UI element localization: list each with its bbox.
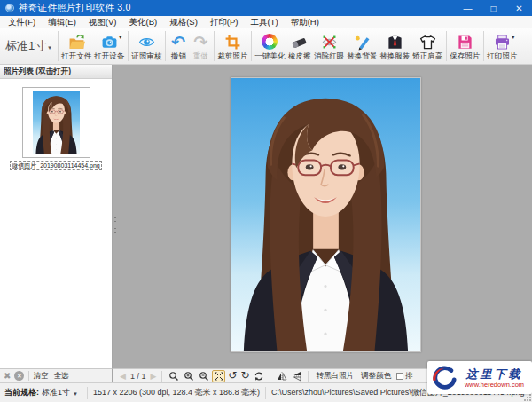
print-photo-button[interactable]: ▾ 打印照片: [486, 29, 519, 63]
app-window: 神奇证件照片打印软件 3.0 — □ ✕ 文件(F) 编辑(E) 视图(V) 美…: [0, 0, 532, 402]
close-button[interactable]: ✕: [506, 0, 532, 16]
photo-list-panel: 照片列表 (双击打开) 微信图片_20190803114454.png: [0, 65, 113, 368]
photo-list-footer: ✖ ✕ 清空 全选: [0, 368, 113, 382]
delete-x-icon[interactable]: ✖: [4, 371, 11, 382]
image-info: 1517 x 2206 (300 dpi, 128.4 毫米 x 186.8 毫…: [93, 387, 260, 398]
correct-shoulder-label: 矫正肩高: [412, 51, 442, 60]
eraser-button[interactable]: 橡皮擦: [286, 29, 313, 63]
save-photo-label: 保存照片: [450, 51, 480, 60]
heredown-watermark: 这里下载 www.heredown.com: [427, 361, 532, 394]
open-device-button[interactable]: ▾ 打开设备: [93, 29, 126, 63]
adjust-color-button[interactable]: 调整颜色: [357, 371, 395, 382]
photo-filename[interactable]: 微信图片_20190803114454.png: [10, 161, 102, 170]
viewer-separator: [161, 371, 162, 382]
correct-shoulder-button[interactable]: 矫正肩高: [411, 29, 444, 63]
zoom-out-icon[interactable]: [197, 370, 210, 382]
crop-photo-button[interactable]: 裁剪照片: [216, 29, 249, 63]
photo-review-label: 证照审核: [131, 51, 161, 60]
toolbar-separator: [446, 31, 447, 61]
crop-photo-label: 裁剪照片: [217, 51, 247, 60]
open-file-button[interactable]: 打开文件: [60, 29, 93, 63]
print-photo-label: 打印照片: [487, 51, 517, 60]
heredown-swirl-logo: [430, 365, 457, 391]
color-wheel-icon: [260, 33, 279, 51]
rotate-left-icon[interactable]: ↺: [228, 370, 237, 382]
chevron-down-icon[interactable]: ▼: [73, 391, 78, 397]
spec-dropdown[interactable]: 标准1寸 ▾: [0, 28, 56, 64]
rotate-right-icon[interactable]: ↻: [240, 370, 249, 382]
layout-checkbox-group: 排: [396, 371, 413, 382]
redo-label: 重做: [193, 51, 208, 60]
menu-help[interactable]: 帮助(H): [285, 16, 325, 28]
replace-clothes-button[interactable]: 替换服装: [379, 29, 411, 63]
save-photo-button[interactable]: 保存照片: [449, 29, 481, 63]
remove-red-eye-button[interactable]: 消除红眼: [313, 29, 346, 63]
one-key-beautify-button[interactable]: 一键美化: [254, 29, 286, 63]
replace-clothes-label: 替换服装: [379, 51, 410, 60]
next-photo-icon[interactable]: ▶: [150, 372, 156, 381]
fit-to-window-icon[interactable]: [212, 370, 225, 382]
current-spec-label: 当前规格:: [4, 387, 39, 398]
toolbar-separator: [251, 31, 252, 61]
app-logo-icon: [5, 4, 14, 12]
layout-checkbox-label: 排: [405, 371, 413, 382]
titlebar: 神奇证件照片打印软件 3.0 — □ ✕: [0, 0, 532, 16]
menu-view[interactable]: 视图(V): [82, 16, 123, 28]
status-separator: [265, 387, 266, 399]
undo-label: 撤销: [171, 51, 186, 60]
folder-open-icon: [66, 33, 86, 51]
menu-print[interactable]: 打印(P): [204, 16, 245, 28]
replace-background-label: 替换背景: [347, 51, 377, 60]
magnifier-icon[interactable]: [167, 370, 180, 382]
toolbar-separator: [128, 31, 129, 61]
redo-button[interactable]: ↷ 重做: [190, 29, 212, 63]
prev-photo-icon[interactable]: ◀: [120, 372, 126, 381]
panel-splitter-handle[interactable]: [114, 217, 116, 235]
toolbar-separator: [165, 31, 166, 61]
replace-background-button[interactable]: 替换背景: [346, 29, 379, 63]
maximize-button[interactable]: □: [481, 0, 506, 16]
chevron-down-icon: ▾: [48, 44, 51, 51]
flip-horizontal-icon[interactable]: [275, 370, 288, 382]
main-photo-preview[interactable]: [231, 77, 421, 352]
menu-beautify[interactable]: 美化(B): [122, 16, 163, 28]
toolbar-separator: [214, 31, 215, 61]
viewer-separator: [308, 371, 309, 382]
footer-separator: [28, 371, 29, 381]
select-all-button[interactable]: 全选: [53, 371, 68, 382]
photo-thumbnail[interactable]: [22, 87, 90, 158]
undo-button[interactable]: ↶ 撤销: [168, 29, 190, 63]
zoom-in-icon[interactable]: [182, 370, 195, 382]
menu-tools[interactable]: 工具(T): [245, 16, 285, 28]
menu-file[interactable]: 文件(F): [2, 16, 42, 28]
photo-list-header: 照片列表 (双击打开): [0, 65, 112, 79]
toolbar-separator: [58, 31, 59, 61]
one-key-beautify-label: 一键美化: [254, 51, 285, 60]
status-separator: [87, 387, 88, 399]
window-title: 神奇证件照片打印软件 3.0: [19, 2, 131, 14]
printer-icon: ▾: [492, 33, 512, 51]
menu-edit[interactable]: 编辑(E): [42, 16, 82, 28]
flip-vertical-icon[interactable]: [290, 370, 303, 382]
rotate-cycle-icon[interactable]: [252, 370, 265, 382]
photo-review-button[interactable]: 证照审核: [130, 29, 163, 63]
menu-spec[interactable]: 规格(S): [163, 16, 204, 28]
page-indicator: 1 / 1: [130, 372, 146, 381]
open-file-label: 打开文件: [61, 51, 91, 60]
chevron-down-icon: ▾: [119, 34, 121, 40]
eraser-icon: [290, 33, 309, 51]
layout-checkbox[interactable]: [396, 373, 403, 380]
red-eye-icon: [319, 33, 339, 51]
circle-x-icon[interactable]: ✕: [14, 371, 24, 381]
paint-pen-icon: [352, 33, 372, 51]
shirt-icon: [418, 33, 437, 51]
clear-list-button[interactable]: 清空: [33, 371, 48, 382]
floppy-disk-icon: [455, 33, 474, 51]
remove-red-eye-label: 消除红眼: [314, 51, 344, 60]
resize-grip[interactable]: [523, 393, 531, 401]
eraser-label: 橡皮擦: [288, 51, 311, 60]
photo-list: 微信图片_20190803114454.png: [0, 79, 112, 368]
minimize-button[interactable]: —: [455, 0, 481, 16]
convert-bw-button[interactable]: 转黑白照片: [312, 371, 357, 382]
current-spec-value[interactable]: 标准1寸: [42, 387, 70, 398]
